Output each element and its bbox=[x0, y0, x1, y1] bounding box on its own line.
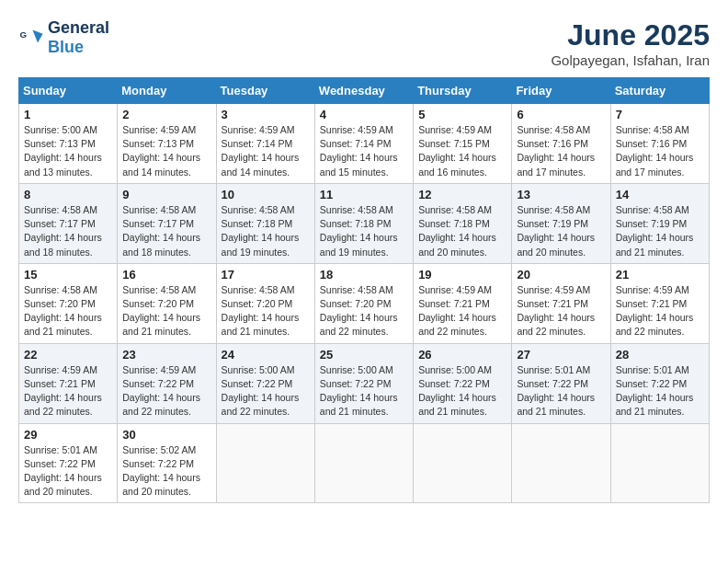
calendar-cell: 13 Sunrise: 4:58 AMSunset: 7:19 PMDaylig… bbox=[512, 183, 610, 263]
day-number: 24 bbox=[222, 348, 310, 362]
day-number: 6 bbox=[517, 108, 605, 121]
day-detail: Sunrise: 4:59 AMSunset: 7:21 PMDaylight:… bbox=[418, 284, 496, 338]
calendar-cell: 26 Sunrise: 5:00 AMSunset: 7:22 PMDaylig… bbox=[414, 343, 512, 423]
calendar-cell bbox=[314, 423, 413, 503]
header-friday: Friday bbox=[512, 78, 610, 104]
day-number: 19 bbox=[418, 268, 506, 282]
day-detail: Sunrise: 4:58 AMSunset: 7:20 PMDaylight:… bbox=[222, 284, 300, 338]
day-number: 14 bbox=[616, 188, 704, 201]
calendar-cell: 20 Sunrise: 4:59 AMSunset: 7:21 PMDaylig… bbox=[512, 263, 610, 343]
day-detail: Sunrise: 4:59 AMSunset: 7:14 PMDaylight:… bbox=[320, 124, 398, 178]
calendar-cell bbox=[216, 423, 314, 503]
calendar-week-2: 8 Sunrise: 4:58 AMSunset: 7:17 PMDayligh… bbox=[19, 183, 710, 263]
day-number: 5 bbox=[418, 108, 506, 121]
day-number: 3 bbox=[222, 108, 310, 121]
svg-marker-1 bbox=[32, 30, 42, 43]
day-detail: Sunrise: 4:58 AMSunset: 7:19 PMDaylight:… bbox=[517, 204, 595, 258]
calendar-header: SundayMondayTuesdayWednesdayThursdayFrid… bbox=[19, 78, 710, 104]
day-number: 16 bbox=[122, 268, 210, 282]
day-detail: Sunrise: 4:58 AMSunset: 7:20 PMDaylight:… bbox=[122, 284, 200, 338]
day-detail: Sunrise: 4:59 AMSunset: 7:21 PMDaylight:… bbox=[517, 284, 595, 338]
day-detail: Sunrise: 4:58 AMSunset: 7:19 PMDaylight:… bbox=[616, 204, 694, 258]
day-detail: Sunrise: 4:59 AMSunset: 7:13 PMDaylight:… bbox=[122, 124, 200, 178]
calendar-cell: 16 Sunrise: 4:58 AMSunset: 7:20 PMDaylig… bbox=[118, 263, 216, 343]
calendar-cell: 2 Sunrise: 4:59 AMSunset: 7:13 PMDayligh… bbox=[118, 104, 216, 184]
day-number: 28 bbox=[616, 348, 704, 362]
day-detail: Sunrise: 5:00 AMSunset: 7:22 PMDaylight:… bbox=[418, 364, 496, 418]
calendar-cell: 27 Sunrise: 5:01 AMSunset: 7:22 PMDaylig… bbox=[512, 343, 610, 423]
calendar-cell: 29 Sunrise: 5:01 AMSunset: 7:22 PMDaylig… bbox=[19, 423, 118, 503]
day-detail: Sunrise: 4:59 AMSunset: 7:14 PMDaylight:… bbox=[222, 124, 300, 178]
calendar-week-4: 22 Sunrise: 4:59 AMSunset: 7:21 PMDaylig… bbox=[19, 343, 710, 423]
day-detail: Sunrise: 5:01 AMSunset: 7:22 PMDaylight:… bbox=[24, 444, 102, 498]
day-detail: Sunrise: 4:58 AMSunset: 7:16 PMDaylight:… bbox=[616, 124, 694, 178]
day-number: 2 bbox=[122, 108, 210, 121]
header-sunday: Sunday bbox=[19, 78, 118, 104]
day-number: 17 bbox=[222, 268, 310, 282]
day-number: 13 bbox=[517, 188, 605, 201]
calendar-cell: 30 Sunrise: 5:02 AMSunset: 7:22 PMDaylig… bbox=[118, 423, 216, 503]
calendar-week-5: 29 Sunrise: 5:01 AMSunset: 7:22 PMDaylig… bbox=[19, 423, 710, 503]
logo: G General Blue bbox=[18, 18, 109, 57]
day-number: 8 bbox=[24, 188, 112, 201]
day-number: 21 bbox=[616, 268, 704, 282]
day-number: 7 bbox=[616, 108, 704, 121]
day-detail: Sunrise: 4:58 AMSunset: 7:17 PMDaylight:… bbox=[122, 204, 200, 258]
day-detail: Sunrise: 4:58 AMSunset: 7:20 PMDaylight:… bbox=[320, 284, 398, 338]
logo-icon: G bbox=[18, 25, 44, 51]
day-detail: Sunrise: 4:58 AMSunset: 7:18 PMDaylight:… bbox=[222, 204, 300, 258]
calendar-cell: 19 Sunrise: 4:59 AMSunset: 7:21 PMDaylig… bbox=[414, 263, 512, 343]
day-detail: Sunrise: 4:58 AMSunset: 7:18 PMDaylight:… bbox=[320, 204, 398, 258]
calendar-table: SundayMondayTuesdayWednesdayThursdayFrid… bbox=[18, 77, 710, 503]
day-number: 12 bbox=[418, 188, 506, 201]
day-detail: Sunrise: 4:59 AMSunset: 7:22 PMDaylight:… bbox=[122, 364, 200, 418]
day-number: 27 bbox=[517, 348, 605, 362]
calendar-cell: 15 Sunrise: 4:58 AMSunset: 7:20 PMDaylig… bbox=[19, 263, 118, 343]
month-title: June 2025 bbox=[551, 18, 710, 52]
calendar-week-3: 15 Sunrise: 4:58 AMSunset: 7:20 PMDaylig… bbox=[19, 263, 710, 343]
day-detail: Sunrise: 4:58 AMSunset: 7:20 PMDaylight:… bbox=[24, 284, 102, 338]
day-detail: Sunrise: 5:00 AMSunset: 7:22 PMDaylight:… bbox=[320, 364, 398, 418]
day-number: 20 bbox=[517, 268, 605, 282]
calendar-cell: 3 Sunrise: 4:59 AMSunset: 7:14 PMDayligh… bbox=[216, 104, 314, 184]
day-number: 30 bbox=[122, 428, 210, 442]
day-detail: Sunrise: 4:58 AMSunset: 7:16 PMDaylight:… bbox=[517, 124, 595, 178]
svg-text:G: G bbox=[19, 29, 27, 40]
day-detail: Sunrise: 5:01 AMSunset: 7:22 PMDaylight:… bbox=[616, 364, 694, 418]
day-detail: Sunrise: 4:58 AMSunset: 7:18 PMDaylight:… bbox=[418, 204, 496, 258]
header-wednesday: Wednesday bbox=[314, 78, 413, 104]
day-number: 29 bbox=[24, 428, 112, 442]
day-detail: Sunrise: 4:59 AMSunset: 7:15 PMDaylight:… bbox=[418, 124, 496, 178]
day-detail: Sunrise: 5:02 AMSunset: 7:22 PMDaylight:… bbox=[122, 444, 200, 498]
header-tuesday: Tuesday bbox=[216, 78, 314, 104]
title-block: June 2025 Golpayegan, Isfahan, Iran bbox=[551, 18, 710, 68]
calendar-cell: 24 Sunrise: 5:00 AMSunset: 7:22 PMDaylig… bbox=[216, 343, 314, 423]
calendar-cell bbox=[414, 423, 512, 503]
calendar-cell: 18 Sunrise: 4:58 AMSunset: 7:20 PMDaylig… bbox=[314, 263, 413, 343]
calendar-cell: 25 Sunrise: 5:00 AMSunset: 7:22 PMDaylig… bbox=[314, 343, 413, 423]
day-number: 22 bbox=[24, 348, 112, 362]
day-detail: Sunrise: 5:00 AMSunset: 7:22 PMDaylight:… bbox=[222, 364, 300, 418]
location-title: Golpayegan, Isfahan, Iran bbox=[551, 52, 710, 68]
calendar-body: 1 Sunrise: 5:00 AMSunset: 7:13 PMDayligh… bbox=[19, 104, 710, 503]
header-saturday: Saturday bbox=[610, 78, 709, 104]
page-header: G General Blue June 2025 Golpayegan, Isf… bbox=[18, 18, 710, 68]
header-thursday: Thursday bbox=[414, 78, 512, 104]
day-number: 18 bbox=[320, 268, 408, 282]
header-row: SundayMondayTuesdayWednesdayThursdayFrid… bbox=[19, 78, 710, 104]
logo-general: General bbox=[48, 18, 109, 37]
calendar-cell: 14 Sunrise: 4:58 AMSunset: 7:19 PMDaylig… bbox=[610, 183, 709, 263]
calendar-cell: 10 Sunrise: 4:58 AMSunset: 7:18 PMDaylig… bbox=[216, 183, 314, 263]
day-detail: Sunrise: 4:58 AMSunset: 7:17 PMDaylight:… bbox=[24, 204, 102, 258]
calendar-cell: 8 Sunrise: 4:58 AMSunset: 7:17 PMDayligh… bbox=[19, 183, 118, 263]
calendar-week-1: 1 Sunrise: 5:00 AMSunset: 7:13 PMDayligh… bbox=[19, 104, 710, 184]
header-monday: Monday bbox=[118, 78, 216, 104]
day-detail: Sunrise: 5:00 AMSunset: 7:13 PMDaylight:… bbox=[24, 124, 102, 178]
calendar-cell: 7 Sunrise: 4:58 AMSunset: 7:16 PMDayligh… bbox=[610, 104, 709, 184]
calendar-cell bbox=[512, 423, 610, 503]
calendar-cell: 5 Sunrise: 4:59 AMSunset: 7:15 PMDayligh… bbox=[414, 104, 512, 184]
day-detail: Sunrise: 4:59 AMSunset: 7:21 PMDaylight:… bbox=[24, 364, 102, 418]
day-number: 9 bbox=[122, 188, 210, 201]
calendar-cell: 12 Sunrise: 4:58 AMSunset: 7:18 PMDaylig… bbox=[414, 183, 512, 263]
day-number: 11 bbox=[320, 188, 408, 201]
